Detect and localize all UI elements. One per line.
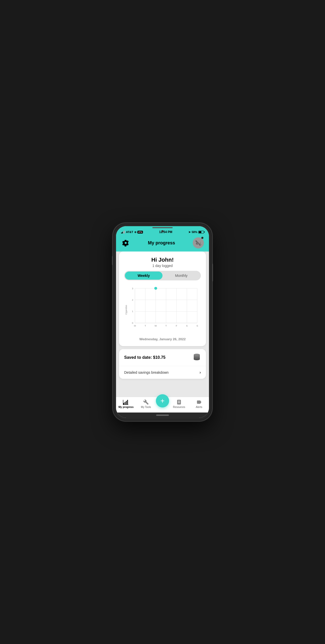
no-smoking-icon — [195, 239, 202, 246]
alerts-label: Alerts — [196, 406, 202, 408]
notch-area — [116, 226, 209, 228]
home-indicator-area — [116, 413, 209, 418]
svg-text:W: W — [155, 324, 157, 327]
wifi-icon: ⊜ — [134, 231, 136, 234]
plus-icon: + — [160, 397, 165, 404]
nav-alerts[interactable]: Alerts — [189, 399, 209, 408]
data-point — [154, 287, 157, 290]
svg-rect-32 — [123, 403, 124, 405]
my-progress-icon — [122, 399, 129, 405]
my-tools-icon — [142, 399, 150, 405]
chevron-right-icon: › — [200, 370, 201, 375]
vpn-badge: VPN — [137, 231, 143, 234]
svg-rect-35 — [127, 400, 128, 405]
savings-title: Saved to date: $10.75 — [124, 355, 166, 360]
savings-card: Saved to date: $10.75 — [119, 349, 206, 379]
battery-icon — [198, 231, 204, 234]
bottom-nav: My progress My Tools + Re — [116, 397, 209, 413]
no-smoking-dot — [201, 237, 203, 239]
home-bar[interactable] — [156, 415, 169, 416]
svg-point-31 — [194, 354, 200, 356]
phone-frame: AT&T ⊜ VPN 12:54 PM ➤ 58% My progress — [113, 223, 212, 421]
settings-button[interactable] — [121, 238, 130, 247]
main-content: Hi John! 1 day logged Weekly Monthly Cig… — [116, 252, 209, 397]
no-smoking-button[interactable] — [193, 237, 204, 248]
signal-bars — [121, 230, 125, 234]
add-log-button[interactable]: + — [156, 394, 169, 407]
monthly-tab[interactable]: Monthly — [162, 272, 200, 280]
svg-text:T: T — [144, 324, 146, 327]
location-icon: ➤ — [188, 230, 191, 234]
svg-text:S: S — [186, 324, 188, 327]
svg-text:1: 1 — [132, 310, 133, 313]
status-right: ➤ 58% — [188, 230, 204, 234]
svg-rect-33 — [125, 402, 125, 405]
svg-text:M: M — [134, 324, 136, 327]
my-progress-label: My progress — [119, 406, 134, 408]
my-tools-label: My Tools — [141, 406, 151, 408]
resources-label: Resources — [173, 406, 185, 408]
nav-my-progress[interactable]: My progress — [116, 399, 136, 408]
battery-percent: 58% — [192, 230, 197, 234]
camera-dot — [161, 230, 164, 232]
svg-text:F: F — [176, 324, 177, 327]
svg-text:0: 0 — [132, 321, 133, 324]
savings-breakdown-button[interactable]: Detailed savings breakdown › — [119, 366, 206, 379]
days-logged: 1 day logged — [124, 264, 201, 268]
svg-text:T: T — [165, 324, 167, 327]
breakdown-label: Detailed savings breakdown — [124, 370, 169, 374]
carrier-label: AT&T — [126, 230, 133, 234]
greeting-section: Hi John! 1 day logged — [124, 257, 201, 268]
status-left: AT&T ⊜ VPN — [121, 230, 143, 234]
gear-icon — [122, 239, 129, 246]
page-title: My progress — [148, 240, 175, 246]
svg-text:Cigarettes: Cigarettes — [125, 305, 127, 315]
nav-resources[interactable]: Resources — [169, 399, 189, 408]
status-time: 12:54 PM — [159, 230, 172, 234]
chart-date: Wednesday, January 26, 2022 — [124, 337, 201, 341]
phone-screen: AT&T ⊜ VPN 12:54 PM ➤ 58% My progress — [116, 226, 209, 418]
svg-text:3: 3 — [132, 287, 133, 290]
coins-icon — [193, 353, 201, 362]
weekly-tab[interactable]: Weekly — [125, 272, 162, 280]
greeting-name: Hi John! — [124, 257, 201, 263]
savings-top: Saved to date: $10.75 — [119, 349, 206, 366]
svg-rect-34 — [126, 401, 127, 405]
progress-card: Hi John! 1 day logged Weekly Monthly Cig… — [119, 252, 206, 346]
nav-my-tools[interactable]: My Tools — [136, 399, 156, 408]
chart-svg: Cigarettes — [124, 284, 201, 335]
cigarettes-chart: Cigarettes — [124, 284, 201, 335]
battery-fill — [199, 231, 201, 233]
period-toggle: Weekly Monthly — [124, 271, 201, 280]
svg-text:2: 2 — [132, 298, 133, 301]
svg-text:S: S — [197, 324, 198, 327]
resources-icon — [175, 399, 183, 405]
alerts-icon — [196, 399, 203, 405]
